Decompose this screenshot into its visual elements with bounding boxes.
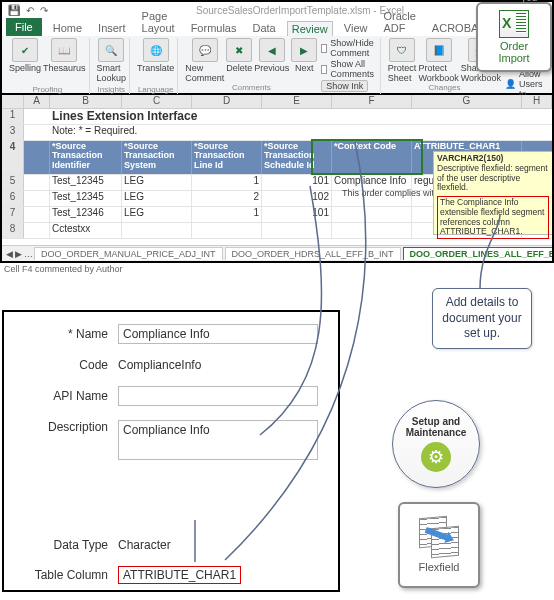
code-value: ComplianceInfo — [118, 358, 201, 372]
flexfield-form: * Name Code ComplianceInfo API Name Desc… — [2, 310, 340, 592]
sheet-note: Note: * = Required. — [50, 125, 470, 140]
sheet-tab-active[interactable]: DOO_ORDER_LINES_ALL_EFF_B_INT — [403, 247, 554, 260]
tab-file[interactable]: File — [6, 18, 42, 36]
group-language: 🌐Translate Language — [134, 38, 178, 94]
flexfield-badge: Flexfield — [398, 502, 480, 588]
smart-lookup-button[interactable]: 🔍Smart Lookup — [97, 38, 127, 83]
tab-formulas[interactable]: Formulas — [186, 20, 242, 36]
description-label: Description — [18, 420, 118, 434]
excel-ribbon: 💾 ↶ ↷ SourceSalesOrderImportTemplate.xls… — [0, 0, 554, 95]
api-name-label: API Name — [18, 389, 118, 403]
worksheet-region: A B C D E F G H 1Lines Extension Interfa… — [0, 95, 554, 263]
status-bar-text: Cell F4 commented by Author — [4, 264, 123, 274]
name-field[interactable] — [118, 324, 318, 344]
show-all-comments[interactable]: Show All Comments — [321, 59, 377, 79]
excel-icon — [499, 10, 529, 38]
group-comments: 💬New Comment ✖Delete ◀Previous ▶Next Com… — [182, 38, 381, 94]
redo-icon[interactable]: ↷ — [40, 5, 48, 16]
sheet-nav-next-icon[interactable]: ▶ — [15, 249, 22, 259]
api-name-field[interactable] — [118, 386, 318, 406]
tab-page-layout[interactable]: Page Layout — [137, 8, 180, 36]
prev-comment-button[interactable]: ◀Previous — [254, 38, 289, 83]
gear-icon — [421, 442, 451, 472]
spelling-button[interactable]: ✔Spelling — [9, 38, 41, 73]
group-insights: 🔍Smart Lookup Insights — [94, 38, 131, 94]
setup-maintenance-badge: Setup and Maintenance — [392, 400, 480, 488]
name-label: * Name — [18, 327, 118, 341]
table-column-value: ATTRIBUTE_CHAR1 — [118, 566, 241, 584]
tab-home[interactable]: Home — [48, 20, 87, 36]
sheet-title: Lines Extension Interface — [50, 109, 470, 124]
undo-icon[interactable]: ↶ — [26, 5, 34, 16]
flexfield-icon — [419, 517, 459, 557]
group-proofing: ✔Spelling 📖Thesaurus Proofing — [6, 38, 90, 94]
sheet-tab-bar: ◀ ▶ … DOO_ORDER_MANUAL_PRICE_ADJ_INT DOO… — [2, 245, 552, 261]
ribbon-tabs: File Home Insert Page Layout Formulas Da… — [2, 18, 552, 36]
protect-workbook-button[interactable]: 📘Protect Workbook — [418, 38, 458, 83]
callout-add-details: Add details to document your set up. — [432, 288, 532, 349]
column-headers: A B C D E F G H — [2, 95, 552, 109]
sheet-tab[interactable]: DOO_ORDER_MANUAL_PRICE_ADJ_INT — [34, 247, 223, 260]
description-field[interactable]: Compliance Info — [118, 420, 318, 460]
order-import-badge: Order Import — [476, 2, 552, 72]
tab-data[interactable]: Data — [247, 20, 280, 36]
new-comment-button[interactable]: 💬New Comment — [185, 38, 224, 83]
tab-view[interactable]: View — [339, 20, 373, 36]
sheet-nav-prev-icon[interactable]: ◀ — [6, 249, 13, 259]
tab-review[interactable]: Review — [287, 21, 333, 36]
delete-comment-button[interactable]: ✖Delete — [226, 38, 252, 83]
table-column-label: Table Column — [18, 568, 118, 582]
next-comment-button[interactable]: ▶Next — [291, 38, 317, 83]
code-label: Code — [18, 358, 118, 372]
tab-insert[interactable]: Insert — [93, 20, 131, 36]
data-type-label: Data Type — [18, 538, 118, 552]
thesaurus-button[interactable]: 📖Thesaurus — [43, 38, 86, 73]
quick-access-row: 💾 ↶ ↷ SourceSalesOrderImportTemplate.xls… — [2, 2, 552, 18]
comment-tooltip: VARCHAR2(150) Descriptive flexfield: seg… — [433, 151, 553, 235]
sheet-tab[interactable]: DOO_ORDER_HDRS_ALL_EFF_B_INT — [225, 247, 401, 260]
protect-sheet-button[interactable]: 🛡Protect Sheet — [388, 38, 417, 83]
tab-oracle-adf[interactable]: Oracle ADF — [378, 8, 420, 36]
show-hide-comment[interactable]: Show/Hide Comment — [321, 38, 377, 58]
save-icon[interactable]: 💾 — [8, 4, 20, 16]
show-ink[interactable]: Show Ink — [321, 80, 377, 92]
translate-button[interactable]: 🌐Translate — [137, 38, 174, 73]
data-type-value: Character — [118, 538, 171, 552]
app-title: SourceSalesOrderImportTemplate.xlsm - Ex… — [54, 5, 546, 16]
